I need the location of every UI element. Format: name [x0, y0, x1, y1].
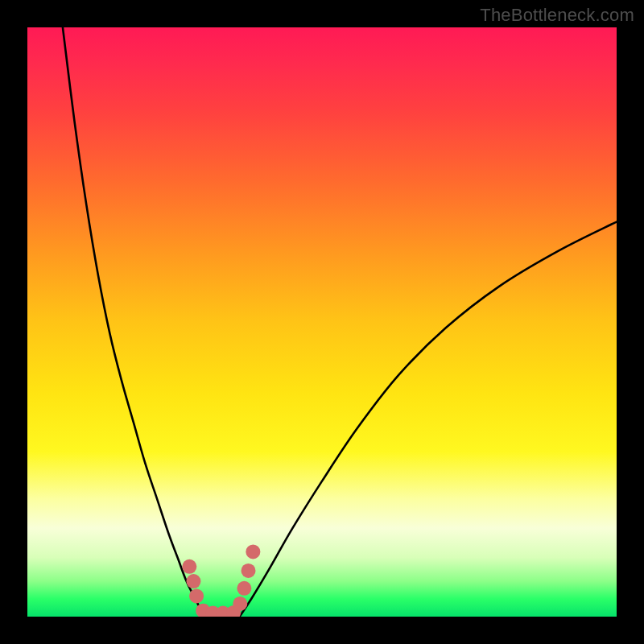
watermark-text: TheBottleneck.com — [480, 5, 634, 26]
trough-dot — [186, 574, 200, 588]
trough-dot — [233, 597, 247, 611]
series-right-branch — [240, 222, 617, 617]
trough-dot — [242, 564, 256, 578]
trough-dot — [189, 588, 204, 603]
plot-area — [27, 27, 617, 617]
trough-dot — [246, 544, 260, 559]
series-left-branch — [63, 27, 204, 617]
chart-frame: TheBottleneck.com — [0, 0, 644, 644]
trough-dot — [237, 581, 251, 596]
trough-dot — [182, 559, 196, 574]
curve-overlay — [27, 27, 617, 617]
